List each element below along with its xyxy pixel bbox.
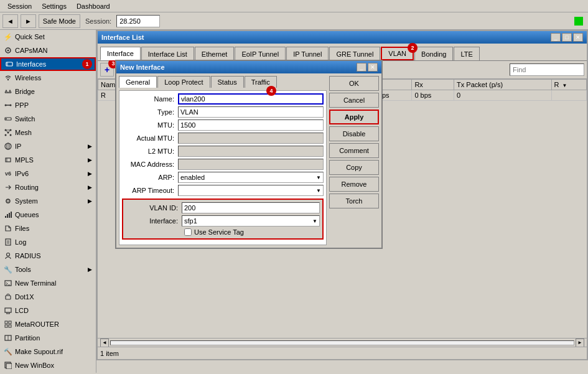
interface-select[interactable]: sfp1 ▼ [182, 215, 320, 227]
sidebar-item-files[interactable]: Files [0, 222, 96, 235]
sidebar-item-bridge[interactable]: Bridge [0, 85, 96, 98]
ok-button[interactable]: OK [329, 76, 379, 91]
tab-vlan[interactable]: VLAN 2 [381, 47, 414, 60]
copy-button[interactable]: Copy [329, 160, 379, 175]
col-rx[interactable]: Rx [412, 80, 454, 90]
menu-settings[interactable]: Settings [37, 1, 72, 11]
sidebar-item-routing[interactable]: Routing ▶ [0, 180, 96, 194]
tab-ethernet[interactable]: Ethernet [195, 47, 235, 60]
dialog-minimize-button[interactable]: _ [357, 63, 366, 72]
svg-rect-2 [6, 62, 12, 66]
horizontal-scrollbar[interactable]: ◄ ► [98, 338, 587, 347]
minimize-button[interactable]: _ [551, 33, 561, 42]
sidebar-item-quickset[interactable]: ⚡ Quick Set [0, 30, 96, 44]
close-button[interactable]: ✕ [573, 33, 583, 42]
sidebar-item-makesupout[interactable]: 🔨 Make Supout.rif [0, 345, 96, 358]
mac-row: MAC Address: [122, 159, 324, 170]
quickset-icon: ⚡ [4, 32, 12, 41]
menu-session[interactable]: Session [2, 1, 37, 11]
tab-interface-list[interactable]: Interface List [141, 47, 194, 60]
sidebar-label-makesupout: Make Supout.rif [15, 348, 63, 355]
sidebar-item-interfaces[interactable]: Interfaces 1 [0, 57, 96, 71]
sidebar-item-ip[interactable]: IP ▶ [0, 139, 96, 153]
arp-timeout-select[interactable]: ▼ [178, 185, 324, 196]
sidebar-item-exit[interactable]: Exit [0, 372, 96, 373]
cancel-button[interactable]: Cancel [329, 93, 379, 108]
tab-gre-tunnel[interactable]: GRE Tunnel [329, 47, 380, 60]
sidebar-item-queues[interactable]: Queues [0, 208, 96, 222]
sidebar-item-mesh[interactable]: Mesh [0, 126, 96, 139]
dialog-close-button[interactable]: ✕ [368, 63, 378, 72]
sidebar-item-newwinbox[interactable]: New WinBox [0, 358, 96, 372]
sidebar-item-partition[interactable]: Partition [0, 331, 96, 345]
name-input[interactable] [178, 93, 324, 105]
sidebar-label-radius: RADIUS [15, 252, 41, 259]
sidebar-item-system[interactable]: ⚙ System ▶ [0, 194, 96, 208]
arp-select[interactable]: enabled ▼ [178, 172, 324, 183]
sidebar-item-radius[interactable]: RADIUS [0, 249, 96, 263]
sidebar-item-mpls[interactable]: MPLS ▶ [0, 153, 96, 167]
actual-mtu-input[interactable] [178, 133, 324, 144]
remove-button[interactable]: Remove [329, 177, 379, 192]
menu-dashboard[interactable]: Dashboard [72, 1, 115, 11]
col-tx-packet[interactable]: Tx Packet (p/s) [454, 80, 551, 90]
back-button[interactable]: ◄ [2, 14, 18, 28]
svg-point-1 [7, 50, 9, 52]
sidebar-item-metarouter[interactable]: MetaROUTER [0, 317, 96, 331]
torch-button[interactable]: Torch [329, 194, 379, 208]
session-input[interactable] [116, 15, 160, 27]
sidebar-item-ppp[interactable]: PPP [0, 98, 96, 112]
col-r[interactable]: R ▼ [551, 80, 586, 90]
scrollbar-track[interactable] [110, 340, 574, 345]
tab-interface[interactable]: Interface [100, 47, 141, 60]
mpls-icon [4, 156, 12, 164]
sidebar-item-capsman[interactable]: CAPsMAN [0, 44, 96, 57]
sidebar-item-newterminal[interactable]: New Terminal [0, 276, 96, 290]
arp-value: enabled [180, 174, 205, 181]
tab-eoip-tunnel[interactable]: EoIP Tunnel [235, 47, 286, 60]
actual-mtu-row: Actual MTU: [122, 133, 324, 144]
routing-icon [4, 183, 12, 192]
apply-button[interactable]: Apply [329, 110, 379, 124]
safemode-button[interactable]: Safe Mode [39, 14, 80, 28]
type-input [178, 106, 324, 118]
dialog-tab-general[interactable]: General [119, 76, 157, 88]
vlan-id-row: VLAN ID: [126, 202, 320, 213]
disable-button[interactable]: Disable [329, 126, 379, 141]
sidebar-label-newwinbox: New WinBox [15, 362, 54, 369]
sidebar-item-lcd[interactable]: LCD [0, 304, 96, 317]
tab-lte[interactable]: LTE [454, 47, 479, 60]
tab-bonding[interactable]: Bonding [414, 47, 453, 60]
tab-ip-tunnel[interactable]: IP Tunnel [286, 47, 329, 60]
svg-rect-47 [6, 363, 12, 369]
use-service-tag-checkbox[interactable] [184, 228, 192, 236]
cell-r [551, 90, 586, 101]
forward-button[interactable]: ► [21, 14, 36, 28]
comment-button[interactable]: Comment [329, 143, 379, 158]
main-layout: ⚡ Quick Set CAPsMAN Interfaces 1 Wireles… [0, 30, 588, 373]
vlan-id-input[interactable] [182, 202, 320, 213]
type-row: Type: [122, 106, 324, 118]
dialog-title: New Interface [120, 63, 165, 71]
sidebar-item-switch[interactable]: Switch [0, 112, 96, 126]
dialog-tab-loopprotect[interactable]: Loop Protect [157, 76, 210, 88]
status-item-count: 1 item [100, 350, 119, 357]
sidebar-item-tools[interactable]: 🔧 Tools ▶ [0, 263, 96, 276]
maximize-button[interactable]: □ [562, 33, 572, 42]
sidebar-item-ipv6[interactable]: v6 IPv6 ▶ [0, 167, 96, 180]
sidebar-label-capsman: CAPsMAN [15, 47, 48, 54]
sidebar-item-dot1x[interactable]: Dot1X [0, 290, 96, 304]
mtu-input[interactable] [178, 119, 324, 131]
l2mtu-input[interactable] [178, 146, 324, 157]
scroll-left-button[interactable]: ◄ [100, 339, 109, 347]
find-input[interactable] [510, 63, 584, 76]
scroll-right-button[interactable]: ► [576, 339, 584, 347]
wireless-icon [4, 73, 12, 82]
dialog-tab-status[interactable]: Status [211, 76, 244, 88]
mac-input[interactable] [178, 159, 324, 170]
sidebar-item-log[interactable]: Log [0, 235, 96, 249]
svg-rect-40 [5, 321, 7, 324]
window-titlebar: Interface List _ □ ✕ [98, 31, 587, 44]
add-interface-button[interactable]: + 3 [100, 63, 114, 77]
sidebar-item-wireless[interactable]: Wireless [0, 71, 96, 85]
